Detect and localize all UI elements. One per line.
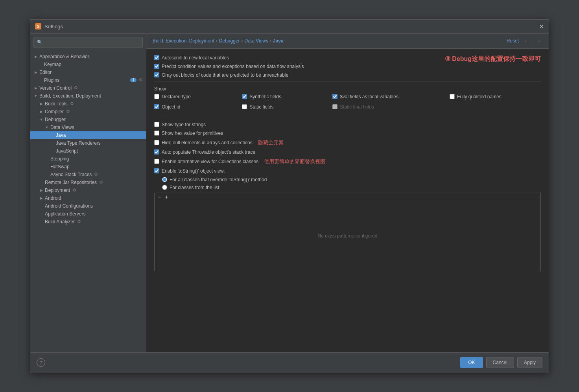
- sidebar-item-editor[interactable]: ▶ Editor: [30, 68, 146, 76]
- all-classes-radio[interactable]: [162, 177, 167, 182]
- sidebar-item-build-tools[interactable]: ▶ Build Tools ⚙: [30, 100, 146, 108]
- enable-alternative-checkbox[interactable]: [154, 159, 159, 164]
- expand-arrow: ▶: [39, 188, 44, 193]
- help-button[interactable]: ?: [37, 358, 45, 367]
- breadcrumb-bar: Build, Execution, Deployment › Debugger …: [146, 34, 549, 49]
- sidebar-item-keymap[interactable]: Keymap: [30, 61, 146, 68]
- sidebar-item-build-analyzer[interactable]: Build Analyzer ⚙: [30, 218, 146, 226]
- sidebar-item-appearance[interactable]: ▶ Appearance & Behavior: [30, 53, 146, 61]
- enable-tostring-checkbox[interactable]: [154, 168, 159, 173]
- sidebar-item-plugins[interactable]: Plugins 1 ⚙: [30, 76, 146, 84]
- sidebar-item-data-views[interactable]: ▼ Data Views: [30, 123, 146, 131]
- synthetic-fields-row: Synthetic fields: [242, 94, 321, 99]
- separator: ›: [216, 38, 218, 44]
- expand-arrow: ▼: [33, 94, 38, 98]
- gear-icon: ⚙: [139, 77, 143, 83]
- divider: [154, 81, 541, 81]
- breadcrumb-actions: Reset ← →: [507, 37, 542, 45]
- val-fields-checkbox[interactable]: [332, 94, 337, 99]
- sidebar-item-hotswap[interactable]: HotSwap: [30, 163, 146, 171]
- from-list-label: For classes from the list:: [170, 185, 221, 190]
- show-type-strings-checkbox[interactable]: [154, 122, 159, 127]
- sidebar-item-async-stack[interactable]: Async Stack Traces ⚙: [30, 171, 146, 179]
- expand-arrow: ▼: [39, 117, 44, 122]
- sidebar-item-stepping[interactable]: Stepping: [30, 155, 146, 163]
- back-button[interactable]: ←: [522, 37, 531, 45]
- sidebar-item-debugger[interactable]: ▼ Debugger: [30, 116, 146, 123]
- auto-populate-checkbox[interactable]: [154, 149, 159, 155]
- from-list-radio[interactable]: [162, 185, 167, 190]
- gray-out-checkbox[interactable]: [154, 72, 159, 77]
- synthetic-fields-checkbox[interactable]: [242, 94, 247, 99]
- sidebar-item-label: Editor: [39, 70, 52, 75]
- autoscroll-checkbox[interactable]: [154, 55, 159, 60]
- val-fields-row: $val fields as local variables: [332, 94, 438, 99]
- hide-null-checkbox[interactable]: [154, 140, 159, 145]
- sidebar-item-android[interactable]: ▶ Android: [30, 194, 146, 202]
- search-box[interactable]: 🔍: [33, 37, 143, 48]
- sidebar-item-label: Stepping: [50, 156, 69, 162]
- settings-window: S Settings ✕ 🔍 ▶ Appearance & Behavior K…: [30, 19, 549, 373]
- expand-arrow: ▼: [44, 125, 49, 130]
- remove-button[interactable]: −: [157, 194, 162, 200]
- static-final-fields-checkbox[interactable]: [332, 104, 337, 109]
- sidebar-item-build-execution[interactable]: ▼ Build, Execution, Deployment: [30, 92, 146, 100]
- sidebar-item-remote-jar[interactable]: Remote Jar Repositories ⚙: [30, 179, 146, 186]
- sidebar-item-android-configurations[interactable]: Android Configurations: [30, 202, 146, 210]
- add-button[interactable]: +: [164, 194, 169, 200]
- sidebar-item-compiler[interactable]: ▶ Compiler ⚙: [30, 108, 146, 116]
- sidebar-item-label: Compiler: [45, 109, 64, 114]
- autoscroll-label: Autoscroll to new local variables: [162, 55, 229, 61]
- apply-button[interactable]: Apply: [517, 357, 542, 368]
- gray-out-row: Gray out blocks of code that are predict…: [154, 72, 541, 78]
- sidebar-item-deployment[interactable]: ▶ Deployment ⚙: [30, 186, 146, 194]
- titlebar: S Settings ✕: [30, 20, 549, 34]
- annotation-text: ③ Debug这里的配置保持一致即可: [445, 55, 541, 62]
- predict-condition-checkbox[interactable]: [154, 64, 159, 69]
- separator: ›: [270, 38, 271, 44]
- expand-arrow: ▶: [39, 109, 44, 114]
- sidebar-item-label: Build Tools: [45, 101, 68, 107]
- sidebar-item-label: Java Type Renderers: [56, 140, 101, 146]
- gear-icon: ⚙: [74, 85, 78, 90]
- sidebar-item-java[interactable]: Java: [30, 131, 146, 139]
- separator: ›: [241, 38, 243, 44]
- show-hex-row: Show hex value for primitives: [154, 131, 541, 136]
- fully-qualified-row: Fully qualified names: [450, 94, 541, 99]
- reset-button[interactable]: Reset: [507, 38, 519, 44]
- sidebar-item-label: Data Views: [50, 125, 74, 130]
- gear-icon: ⚙: [77, 219, 81, 224]
- search-input[interactable]: [44, 40, 139, 45]
- annotation-banner: ③ Debug这里的配置保持一致即可: [445, 55, 541, 63]
- static-final-fields-row: Static final fields: [332, 104, 438, 110]
- sidebar-item-label: Version Control: [39, 85, 72, 91]
- cancel-button[interactable]: Cancel: [486, 357, 514, 368]
- all-classes-label: For all classes that override 'toString(…: [170, 177, 267, 182]
- fully-qualified-checkbox[interactable]: [450, 94, 455, 99]
- sidebar-item-label: Application Servers: [45, 211, 85, 217]
- enable-tostring-label: Enable 'toString()' object view:: [162, 168, 225, 174]
- footer: ? OK Cancel Apply: [30, 352, 549, 373]
- empty-message-text: No class patterns configured: [317, 233, 377, 239]
- close-button[interactable]: ✕: [539, 23, 544, 30]
- static-fields-row: Static fields: [242, 104, 321, 110]
- app-icon: S: [35, 23, 41, 29]
- gear-icon: ⚙: [72, 188, 76, 193]
- forward-button[interactable]: →: [534, 37, 542, 45]
- sidebar-item-application-servers[interactable]: Application Servers: [30, 210, 146, 218]
- sidebar-item-javascript[interactable]: JavaScript: [30, 147, 146, 155]
- static-fields-checkbox[interactable]: [242, 104, 247, 109]
- gear-icon: ⚙: [94, 172, 98, 177]
- show-hex-checkbox[interactable]: [154, 131, 159, 136]
- show-type-strings-label: Show type for strings: [162, 122, 206, 127]
- main-content: 🔍 ▶ Appearance & Behavior Keymap ▶ Edito: [30, 34, 549, 352]
- sidebar-item-version-control[interactable]: ▶ Version Control ⚙: [30, 84, 146, 92]
- sidebar-item-java-type-renderers[interactable]: Java Type Renderers: [30, 139, 146, 147]
- object-id-label: Object id: [162, 104, 180, 110]
- ok-button[interactable]: OK: [460, 357, 483, 368]
- content-area: Build, Execution, Deployment › Debugger …: [146, 34, 549, 352]
- declared-type-checkbox[interactable]: [154, 94, 159, 99]
- gray-out-label: Gray out blocks of code that are predict…: [162, 72, 288, 78]
- auto-populate-label: Auto populate Throwable object's stack t…: [162, 149, 255, 155]
- object-id-checkbox[interactable]: [154, 104, 159, 109]
